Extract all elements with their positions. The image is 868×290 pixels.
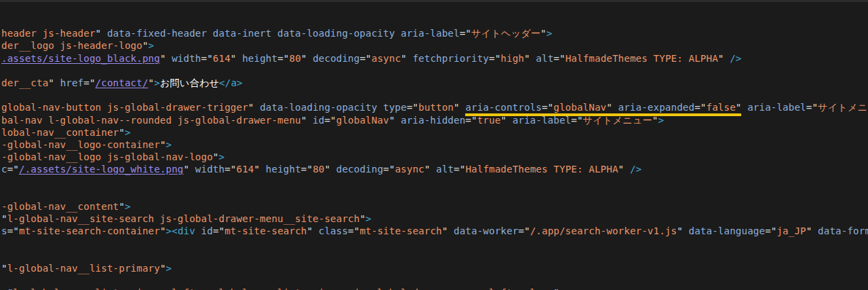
punctuation-token: " [500,115,512,126]
code-line[interactable]: s="mt-site-search-container"><div id="mt… [1,225,868,237]
punctuation-token: =" [465,115,477,126]
attribute-value-token: der__cta [1,77,48,88]
punctuation-token: =" [213,225,224,236]
code-line[interactable] [1,65,868,77]
punctuation-token: =" [383,164,395,175]
attribute-name-token: c [1,164,7,175]
tag-token: > [219,151,225,162]
punctuation-token: " [213,151,219,162]
highlighted-punctuation-token: =" [694,102,706,116]
text-content-token: お問い合わせ [160,77,219,88]
punctuation-token: " [254,164,266,175]
attribute-value-token: -global-nav__logo js-global-nav-logo [1,151,213,162]
punctuation-token: " [307,225,318,236]
code-line[interactable]: ="l-global-nav__list-primary-left p-glob… [1,287,868,290]
code-line[interactable] [1,274,868,287]
attribute-value-token: global-nav-button js-global-drawer-trigg… [1,102,248,113]
tag-token: ><div [166,225,201,236]
attribute-value-token: HalfmadeThemes TYPE: ALPHA [566,53,718,64]
punctuation-token: =" [324,115,336,126]
attribute-value-token: lobal-nav__container [1,127,119,138]
attribute-name-token: alt [436,164,454,175]
attribute-value-token: mt-site-search [224,225,307,236]
attribute-name-token: aria-label [747,102,806,113]
code-line[interactable]: "l-global-nav__list-primary"> [1,262,868,274]
punctuation-token: " [119,201,125,212]
attribute-value-token: l-global-nav__site-search js-global-draw… [7,213,360,224]
punctuation-token: =" [83,77,95,88]
attribute-value-token: mt-site-search-container [19,225,160,236]
attribute-value-token: high [500,53,524,64]
punctuation-token: " [248,102,260,113]
code-line[interactable]: -global-nav__content"> [1,200,868,213]
tag-token: > [366,213,372,224]
punctuation-token: " [524,53,536,64]
code-line[interactable]: "l-global-nav__site-search js-global-dra… [1,213,868,225]
attribute-value-token: mt-site-search [359,225,441,236]
code-line[interactable] [1,250,868,262]
tag-token: > [154,77,160,88]
punctuation-token: " [359,213,366,224]
attribute-value-token: HalfmadeThemes TYPE: ALPHA [465,164,618,175]
punctuation-token: " [553,287,559,290]
punctuation-token: =" [518,225,530,236]
punctuation-token: " [806,225,818,236]
attribute-name-token: decoding [336,164,383,175]
punctuation-token: " [540,28,547,39]
punctuation-token: =" [359,53,371,64]
attribute-name-token: height [266,164,301,175]
attribute-name-token: width [195,164,224,175]
attribute-value-token: サイトメニュー [583,115,652,126]
code-line[interactable]: .assets/site-logo_black.png" width="614"… [1,52,868,65]
attribute-value-token: async [372,53,401,64]
attribute-link[interactable]: /.assets/site-logo_white.png [19,164,184,175]
attribute-value-token: 614 [237,164,254,175]
code-line[interactable] [1,188,868,200]
attribute-link[interactable]: /contact/ [96,77,149,88]
code-line[interactable]: header js-header" data-fixed-header data… [1,27,868,39]
punctuation-token: =" [7,164,19,175]
code-panel[interactable]: header js-header" data-fixed-header data… [0,12,868,290]
attribute-name-token: data-loading-opacity type [260,102,407,113]
attribute-value-token: button [418,102,454,113]
code-line[interactable]: c="/.assets/site-logo_white.png" width="… [1,163,868,175]
punctuation-token: =" [348,225,359,236]
tag-token: > [125,201,131,212]
punctuation-token: " [48,77,60,88]
code-line[interactable]: der__logo js-header-logo"> [1,39,868,52]
code-line[interactable]: lobal-nav__container"> [1,126,868,139]
attribute-name-token: decoding [313,53,359,64]
attribute-name-token: href [60,77,84,88]
code-line[interactable]: -global-nav__logo-container"> [1,139,868,151]
attribute-name-token: data-language [689,225,766,236]
punctuation-token: =" [301,164,313,175]
attribute-name-token: alt [536,53,553,64]
attribute-name-token: s [1,225,7,236]
code-line[interactable]: -global-nav__logo js-global-nav-logo"> [1,151,868,163]
code-line[interactable] [1,89,868,101]
attribute-value-token: 80 [313,164,324,175]
punctuation-token: " [425,164,436,175]
punctuation-token: =" [1,287,13,290]
punctuation-token: =" [224,164,236,175]
punctuation-token: " [149,77,155,88]
tag-token: > [547,28,553,39]
attribute-value-token: -global-nav__content [1,201,119,212]
code-line[interactable]: global-nav-button js-global-drawer-trigg… [1,101,868,113]
punctuation-token: " [119,127,125,138]
punctuation-token: =" [765,225,776,236]
attribute-link[interactable]: .assets/site-logo_black.png [1,53,160,64]
punctuation-token: =" [460,28,471,39]
attribute-value-token: true [477,115,501,126]
tag-token: > [166,139,172,150]
punctuation-token: =" [454,164,465,175]
code-line[interactable] [1,175,868,187]
punctuation-token: =" [277,53,289,64]
attribute-name-token: class [319,225,348,236]
attribute-value-token: サイトメニュー [818,102,868,113]
code-line[interactable]: der__cta" href="/contact/">お問い合わせ</a> [1,77,868,89]
tag-token: /> [730,53,741,64]
tag-token: /> [630,164,642,175]
code-line[interactable] [1,237,868,249]
punctuation-token [741,102,747,113]
